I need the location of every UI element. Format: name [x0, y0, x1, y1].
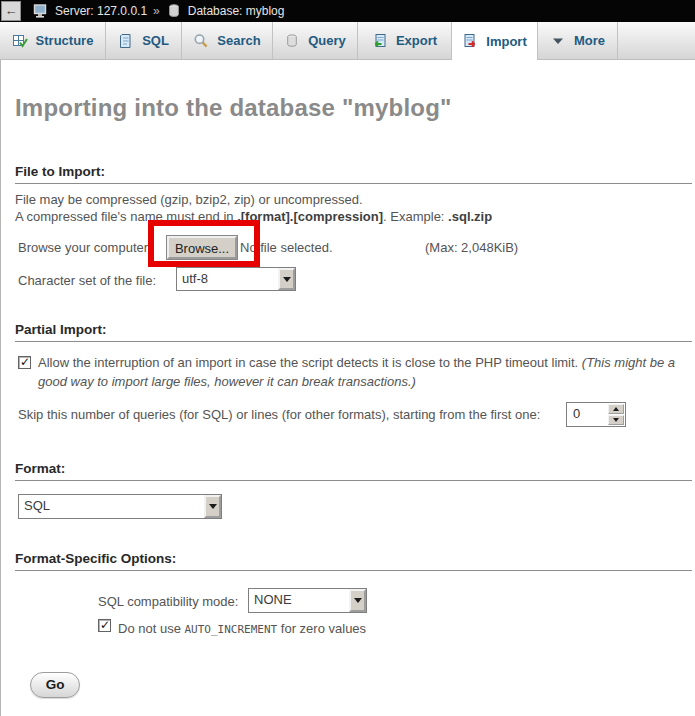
tab-label: Structure [36, 33, 94, 48]
tab-label: Import [486, 34, 526, 49]
tab-import[interactable]: Import [452, 22, 538, 60]
query-icon [284, 33, 300, 49]
tab-search[interactable]: Search [182, 22, 273, 59]
charset-select[interactable]: utf-8 [176, 267, 296, 291]
filename-rule-format: .[format].[compression] [237, 209, 383, 224]
tab-sql[interactable]: SQL [106, 22, 182, 59]
dropdown-arrow-button[interactable] [204, 495, 221, 518]
search-icon [193, 33, 209, 49]
structure-icon [12, 33, 28, 49]
filename-rule-example: .sql.zip [448, 209, 492, 224]
breadcrumb: Server: 127.0.0.1 » Database: myblog [33, 3, 284, 19]
phpmyadmin-import-page: ← Server: 127.0.0.1 » Database: myblog [0, 0, 695, 716]
section-heading-file-to-import: File to Import: [15, 164, 692, 184]
dropdown-arrow-button[interactable] [349, 589, 366, 612]
section-heading-partial-import: Partial Import: [15, 322, 692, 342]
spinner-buttons [608, 404, 624, 425]
import-icon [462, 33, 478, 49]
allow-interrupt-checkbox[interactable]: ✓ [18, 356, 31, 369]
back-arrow-icon: ← [5, 3, 18, 18]
spinner-up-icon [613, 407, 619, 411]
format-select[interactable]: SQL [18, 494, 222, 519]
auto-increment-prefix: Do not use [118, 621, 185, 636]
more-caret-icon [550, 33, 566, 49]
tab-label: More [574, 33, 605, 48]
dropdown-arrow-icon [209, 504, 217, 509]
allow-interrupt-label: Allow the interruption of an import in c… [38, 353, 688, 391]
breadcrumb-bar: ← Server: 127.0.0.1 » Database: myblog [0, 0, 695, 22]
no-file-selected-text: No file selected. [240, 240, 333, 255]
breadcrumb-server-link[interactable]: Server: 127.0.0.1 [55, 4, 147, 18]
filename-rule-line: A compressed file's name must end in .[f… [15, 209, 492, 224]
no-auto-increment-checkbox[interactable]: ✓ [98, 619, 111, 632]
breadcrumb-separator: » [153, 4, 160, 18]
tab-query[interactable]: Query [273, 22, 358, 59]
allow-interrupt-text: Allow the interruption of an import in c… [38, 355, 582, 370]
export-icon [372, 33, 388, 49]
browse-button[interactable]: Browse... [167, 236, 237, 259]
max-size-text: (Max: 2,048KiB) [425, 240, 518, 255]
dropdown-arrow-icon [354, 598, 362, 603]
go-button[interactable]: Go [30, 672, 80, 698]
tab-export[interactable]: Export [358, 22, 452, 59]
tab-label: Query [308, 33, 346, 48]
database-icon [166, 3, 182, 19]
auto-increment-code: AUTO_INCREMENT [185, 623, 278, 636]
sql-compatibility-label: SQL compatibility mode: [98, 594, 238, 609]
tab-label: Export [396, 33, 437, 48]
tab-bar: Structure SQL Search Query [0, 22, 695, 60]
filename-rule-prefix: A compressed file's name must end in [15, 209, 237, 224]
tab-more[interactable]: More [538, 22, 618, 59]
sql-compatibility-select[interactable]: NONE [248, 588, 367, 613]
checkmark-icon: ✓ [100, 620, 110, 631]
sql-icon [118, 33, 134, 49]
checkmark-icon: ✓ [20, 357, 30, 368]
section-heading-format-specific-options: Format-Specific Options: [15, 551, 692, 571]
charset-label: Character set of the file: [18, 273, 156, 288]
charset-selected-value: utf-8 [177, 268, 278, 290]
tab-label: SQL [142, 33, 169, 48]
spinner-down-button[interactable] [608, 415, 624, 425]
dropdown-arrow-icon [283, 277, 291, 282]
page-title: Importing into the database "myblog" [15, 94, 452, 122]
skip-queries-value: 0 [567, 403, 607, 426]
format-selected-value: SQL [19, 495, 204, 518]
server-icon [33, 3, 49, 19]
breadcrumb-database-link[interactable]: Database: myblog [188, 4, 285, 18]
sql-compatibility-selected-value: NONE [249, 589, 349, 612]
tab-structure[interactable]: Structure [0, 22, 106, 59]
spinner-down-icon [613, 418, 619, 422]
tab-label: Search [217, 33, 260, 48]
section-heading-format: Format: [15, 461, 692, 481]
tab-strip-filler [618, 22, 695, 59]
auto-increment-suffix: for zero values [277, 621, 366, 636]
no-auto-increment-label: Do not use AUTO_INCREMENT for zero value… [118, 621, 366, 636]
skip-queries-stepper[interactable]: 0 [566, 402, 626, 427]
filename-rule-mid: . Example: [383, 209, 448, 224]
compression-info-line: File may be compressed (gzip, bzip2, zip… [15, 192, 363, 207]
dropdown-arrow-button[interactable] [278, 268, 295, 290]
back-button[interactable]: ← [1, 1, 21, 21]
skip-queries-label: Skip this number of queries (for SQL) or… [18, 407, 540, 422]
spinner-up-button[interactable] [608, 404, 624, 414]
browse-label: Browse your computer: [18, 240, 152, 255]
